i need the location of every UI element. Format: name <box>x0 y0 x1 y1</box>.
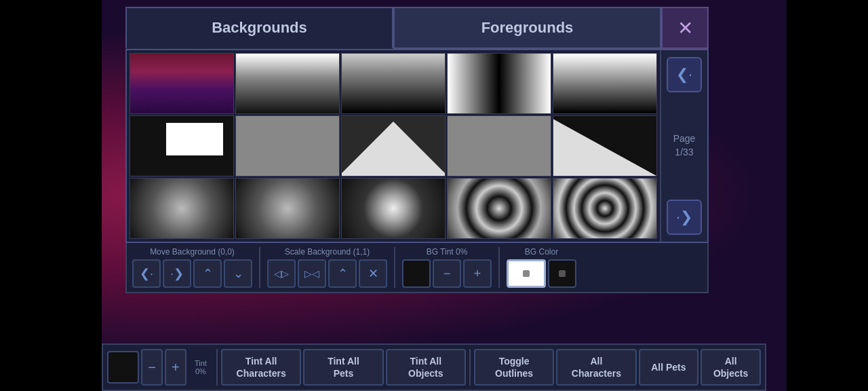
bg-color-label: BG Color <box>525 247 558 257</box>
bottom-minus-button[interactable]: − <box>141 349 163 386</box>
color-swatches <box>507 259 576 288</box>
divider-3 <box>498 247 500 288</box>
move-bg-label: Move Background (0,0) <box>150 247 235 257</box>
page-number: 1/33 <box>673 146 696 160</box>
move-left-icon: ❮· <box>140 266 153 281</box>
all-objects-label: AllObjects <box>713 355 748 379</box>
bg-tint-section: BG Tint 0% − + <box>402 247 492 288</box>
thumbnail-3[interactable] <box>341 53 446 114</box>
thumbnail-4[interactable] <box>447 53 551 114</box>
all-characters-button[interactable]: AllCharacters <box>556 349 636 386</box>
bottom-tint-swatch[interactable] <box>107 351 139 384</box>
thumbnail-5[interactable] <box>553 53 657 114</box>
scale-shrink-icon: ▷◁ <box>304 268 319 279</box>
bottom-bar: − + Tint 0% Tint AllCharacters Tint AllP… <box>102 343 766 391</box>
tint-controls: − + <box>402 259 492 288</box>
move-up-button[interactable]: ⌃ <box>193 259 222 288</box>
thumbnail-9[interactable] <box>447 115 551 176</box>
grid-panel: ❮· Page 1/33 ·❯ <box>125 49 709 243</box>
tint-all-characters-button[interactable]: Tint AllCharacters <box>221 349 301 386</box>
divider-2 <box>394 247 395 288</box>
bg-tint-label: BG Tint 0% <box>427 247 468 257</box>
main-panel: Backgrounds Foregrounds ✕ <box>125 7 736 293</box>
bg-color-section: BG Color <box>507 247 576 288</box>
next-page-icon: ·❯ <box>676 208 692 226</box>
move-right-icon: ·❯ <box>170 266 184 281</box>
thumbnail-15[interactable] <box>553 178 657 239</box>
thumbnail-14[interactable] <box>447 178 551 239</box>
scale-x-button[interactable]: ✕ <box>359 259 387 288</box>
thumbnail-12[interactable] <box>235 178 340 239</box>
next-page-button[interactable]: ·❯ <box>667 200 702 235</box>
all-pets-label: All Pets <box>651 361 686 373</box>
scale-bg-buttons: ◁▷ ▷◁ ⌃ ✕ <box>267 259 387 288</box>
tint-pct-label: Tint 0% <box>189 359 213 375</box>
left-black-bar <box>0 0 102 391</box>
thumbnail-7[interactable] <box>235 115 340 176</box>
tint-minus-icon: − <box>443 267 451 281</box>
tab-backgrounds[interactable]: Backgrounds <box>125 7 393 49</box>
bottom-minus-icon: − <box>148 360 156 375</box>
white-swatch-dot <box>523 270 530 277</box>
thumbnail-2[interactable] <box>235 53 340 114</box>
tab-foregrounds[interactable]: Foregrounds <box>393 7 661 49</box>
color-black-button[interactable] <box>548 259 576 288</box>
move-down-icon: ⌄ <box>233 266 243 281</box>
thumbnail-8[interactable] <box>341 115 446 176</box>
divider-1 <box>259 247 260 288</box>
move-right-button[interactable]: ·❯ <box>163 259 191 288</box>
move-left-button[interactable]: ❮· <box>132 259 161 288</box>
scale-expand-button[interactable]: ◁▷ <box>267 259 296 288</box>
all-objects-button[interactable]: AllObjects <box>701 349 761 386</box>
thumbnail-11[interactable] <box>130 178 234 239</box>
scale-up-button[interactable]: ⌃ <box>328 259 357 288</box>
toggle-outlines-button[interactable]: ToggleOutlines <box>474 349 554 386</box>
tint-label-group: Tint 0% <box>189 359 213 375</box>
thumbnail-13[interactable] <box>341 178 446 239</box>
tab-header: Backgrounds Foregrounds ✕ <box>125 7 709 49</box>
page-info: Page 1/33 <box>673 132 696 159</box>
scale-bg-section: Scale Background (1,1) ◁▷ ▷◁ ⌃ ✕ <box>267 247 387 288</box>
tab-backgrounds-label: Backgrounds <box>212 19 307 37</box>
tab-foregrounds-label: Foregrounds <box>481 19 574 37</box>
move-bg-section: Move Background (0,0) ❮· ·❯ ⌃ ⌄ <box>132 247 252 288</box>
prev-page-icon: ❮· <box>676 66 692 83</box>
move-down-button[interactable]: ⌄ <box>224 259 252 288</box>
page-label: Page <box>673 132 696 146</box>
toggle-outlines-label: ToggleOutlines <box>495 355 533 379</box>
thumbnail-6[interactable] <box>130 115 234 176</box>
color-white-button[interactable] <box>507 259 546 288</box>
right-black-bar <box>787 0 868 391</box>
bottom-divider-2 <box>469 349 471 386</box>
scale-up-icon: ⌃ <box>338 266 348 281</box>
thumbnail-10[interactable] <box>553 115 657 176</box>
tint-swatch[interactable] <box>402 259 431 288</box>
controls-row: Move Background (0,0) ❮· ·❯ ⌃ ⌄ Scale Ba… <box>125 243 709 293</box>
scale-x-icon: ✕ <box>368 266 378 281</box>
scale-expand-icon: ◁▷ <box>274 268 289 279</box>
tint-all-pets-label: Tint AllPets <box>328 355 359 379</box>
all-pets-button[interactable]: All Pets <box>639 349 699 386</box>
bottom-plus-button[interactable]: + <box>165 349 186 386</box>
scale-bg-label: Scale Background (1,1) <box>285 247 370 257</box>
tint-plus-icon: + <box>474 267 481 281</box>
tint-all-characters-label: Tint AllCharacters <box>237 355 286 379</box>
close-button[interactable]: ✕ <box>661 7 709 49</box>
tint-all-objects-button[interactable]: Tint AllObjects <box>386 349 466 386</box>
black-swatch-dot <box>559 270 566 277</box>
side-navigation: ❮· Page 1/33 ·❯ <box>660 50 707 242</box>
tint-all-pets-button[interactable]: Tint AllPets <box>303 349 383 386</box>
scale-shrink-button[interactable]: ▷◁ <box>298 259 326 288</box>
move-bg-buttons: ❮· ·❯ ⌃ ⌄ <box>132 259 252 288</box>
bottom-divider-1 <box>216 349 218 386</box>
tint-minus-button[interactable]: − <box>433 259 461 288</box>
thumbnails-grid <box>127 50 660 242</box>
close-icon: ✕ <box>677 17 693 39</box>
thumbnail-1[interactable] <box>130 53 234 114</box>
bottom-plus-icon: + <box>172 360 180 375</box>
tint-all-objects-label: Tint AllObjects <box>408 355 443 379</box>
prev-page-button[interactable]: ❮· <box>667 57 702 92</box>
tint-plus-button[interactable]: + <box>463 259 492 288</box>
move-up-icon: ⌃ <box>203 266 213 281</box>
all-characters-label: AllCharacters <box>572 355 621 379</box>
